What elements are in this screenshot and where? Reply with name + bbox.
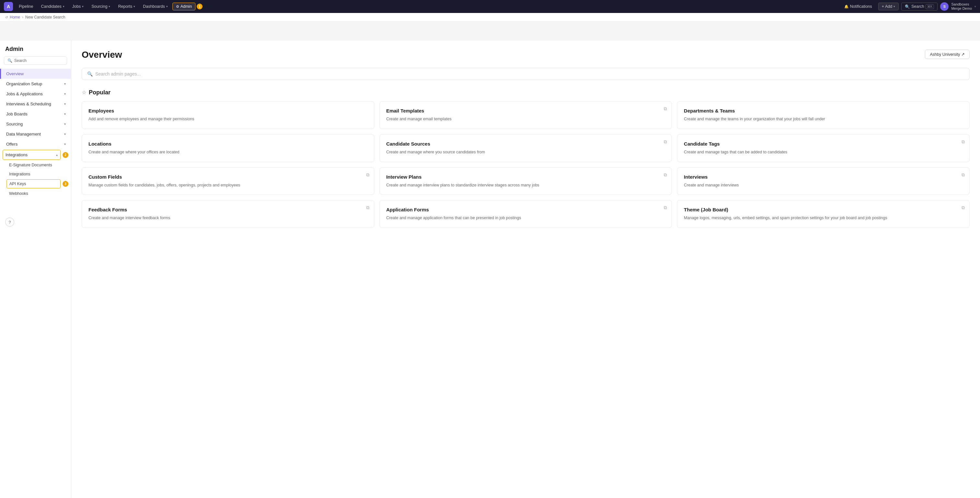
card-desc: Add and remove employees and manage thei… bbox=[89, 116, 368, 122]
popular-section-header: ☆ Popular bbox=[82, 89, 970, 96]
card-employees[interactable]: Employees Add and remove employees and m… bbox=[82, 101, 374, 129]
card-desc: Create and manage application forms that… bbox=[386, 215, 665, 221]
nav-candidates[interactable]: Candidates ▾ bbox=[38, 3, 67, 10]
card-feedback-forms[interactable]: ⧉ Feedback Forms Create and manage inter… bbox=[82, 200, 374, 228]
sidebar-item-sourcing[interactable]: Sourcing ▾ bbox=[0, 119, 71, 129]
avatar[interactable]: S bbox=[940, 2, 948, 11]
breadcrumb-current: New Candidate Search bbox=[25, 15, 65, 19]
admin-search-bar[interactable]: 🔍 Search admin pages... bbox=[82, 68, 970, 80]
sidebar-item-esignature[interactable]: E-Signature Documents bbox=[0, 161, 71, 169]
search-button[interactable]: 🔍 Search ⌘K bbox=[901, 3, 937, 11]
sidebar-search[interactable]: 🔍 Search bbox=[4, 56, 67, 65]
sidebar-item-data-management[interactable]: Data Management ▾ bbox=[0, 129, 71, 139]
nav-sourcing[interactable]: Sourcing ▾ bbox=[88, 3, 113, 10]
book-icon: ⧉ bbox=[664, 172, 667, 178]
card-title: Candidate Sources bbox=[386, 141, 665, 147]
chevron-down-icon: ▾ bbox=[64, 112, 66, 116]
card-application-forms[interactable]: ⧉ Application Forms Create and manage ap… bbox=[380, 200, 672, 228]
star-icon: ☆ bbox=[82, 89, 86, 96]
card-title: Feedback Forms bbox=[89, 207, 368, 212]
card-title: Custom Fields bbox=[89, 174, 368, 180]
card-desc: Create and manage interviews bbox=[684, 182, 963, 188]
chevron-up-icon: ▴ bbox=[56, 153, 58, 156]
card-title: Interview Plans bbox=[386, 174, 665, 180]
api-keys-badge: 3 bbox=[62, 181, 68, 187]
nav-reports[interactable]: Reports ▾ bbox=[115, 3, 138, 10]
chevron-down-icon: ▾ bbox=[108, 5, 110, 8]
top-navigation: A Pipeline Candidates ▾ Jobs ▾ Sourcing … bbox=[0, 0, 980, 13]
add-button[interactable]: + Add ▾ bbox=[878, 3, 899, 10]
nav-dashboards[interactable]: Dashboards ▾ bbox=[140, 3, 171, 10]
book-icon: ⧉ bbox=[366, 205, 369, 211]
chevron-down-icon: ▾ bbox=[64, 122, 66, 126]
chevron-down-icon: ▾ bbox=[166, 5, 168, 8]
chevron-down-icon: ▾ bbox=[64, 102, 66, 106]
card-interviews[interactable]: ⧉ Interviews Create and manage interview… bbox=[677, 167, 970, 195]
card-title: Theme (Job Board) bbox=[684, 207, 963, 212]
card-title: Employees bbox=[89, 108, 368, 113]
card-departments-teams[interactable]: Departments & Teams Create and manage th… bbox=[677, 101, 970, 129]
card-title: Interviews bbox=[684, 174, 963, 180]
card-desc: Create and manage tags that can be added… bbox=[684, 149, 963, 155]
card-desc: Create and manage email templates bbox=[386, 116, 665, 122]
nav-jobs[interactable]: Jobs ▾ bbox=[69, 3, 87, 10]
chevron-down-icon: ▾ bbox=[82, 5, 84, 8]
chevron-down-icon: ▾ bbox=[64, 82, 66, 86]
chevron-down-icon: ▾ bbox=[64, 132, 66, 136]
breadcrumb: ↺ Home › New Candidate Search bbox=[0, 13, 980, 22]
sidebar-item-integrations-sub[interactable]: Integrations bbox=[0, 169, 71, 179]
nav-pipeline[interactable]: Pipeline bbox=[16, 3, 36, 10]
page-title: Overview bbox=[82, 49, 122, 60]
book-icon: ⧉ bbox=[961, 172, 965, 178]
card-candidate-sources[interactable]: ⧉ Candidate Sources Create and manage wh… bbox=[380, 134, 672, 162]
sidebar-item-jobs-applications[interactable]: Jobs & Applications ▾ bbox=[0, 89, 71, 99]
card-desc: Create and manage interview feedback for… bbox=[89, 215, 368, 221]
sidebar-item-interviews-scheduling[interactable]: Interviews & Scheduling ▾ bbox=[0, 99, 71, 109]
sidebar-item-webhooks[interactable]: Webhooks bbox=[0, 189, 71, 198]
sidebar: Admin 🔍 Search Overview Organization Set… bbox=[0, 40, 71, 498]
admin-search-placeholder: Search admin pages... bbox=[95, 71, 141, 77]
help-button[interactable]: ? bbox=[5, 217, 14, 227]
card-desc: Create and manage where your offices are… bbox=[89, 149, 368, 155]
chevron-down-icon: ▾ bbox=[63, 5, 65, 8]
card-interview-plans[interactable]: ⧉ Interview Plans Create and manage inte… bbox=[380, 167, 672, 195]
sidebar-item-overview[interactable]: Overview bbox=[0, 69, 71, 79]
card-title: Candidate Tags bbox=[684, 141, 963, 147]
card-candidate-tags[interactable]: ⧉ Candidate Tags Create and manage tags … bbox=[677, 134, 970, 162]
breadcrumb-home[interactable]: Home bbox=[10, 15, 20, 19]
sidebar-item-organization-setup[interactable]: Organization Setup ▾ bbox=[0, 79, 71, 89]
user-info: Sandboxes Merge Demo bbox=[951, 2, 972, 11]
sidebar-item-api-keys[interactable]: API Keys bbox=[6, 179, 60, 188]
card-desc: Create and manage where you source candi… bbox=[386, 149, 665, 155]
notifications-button[interactable]: 🔔 Notifications bbox=[841, 3, 876, 10]
card-email-templates[interactable]: ⧉ Email Templates Create and manage emai… bbox=[380, 101, 672, 129]
book-icon: ⧉ bbox=[961, 205, 965, 211]
book-icon: ⧉ bbox=[664, 139, 667, 145]
sidebar-item-job-boards[interactable]: Job Boards ▾ bbox=[0, 109, 71, 119]
card-theme-job-board[interactable]: ⧉ Theme (Job Board) Manage logos, messag… bbox=[677, 200, 970, 228]
book-icon: ⧉ bbox=[366, 172, 369, 178]
search-icon: 🔍 bbox=[8, 58, 12, 63]
breadcrumb-separator: › bbox=[22, 15, 23, 19]
chevron-down-icon: ▾ bbox=[64, 92, 66, 96]
chevron-down-icon: ▾ bbox=[134, 5, 135, 8]
card-desc: Manage custom fields for candidates, job… bbox=[89, 182, 368, 188]
app-logo[interactable]: A bbox=[4, 2, 13, 11]
sidebar-title: Admin bbox=[0, 46, 71, 56]
main-content: Overview Ashby University ↗ 🔍 Search adm… bbox=[71, 40, 980, 498]
card-title: Application Forms bbox=[386, 207, 665, 212]
app-layout: Admin 🔍 Search Overview Organization Set… bbox=[0, 40, 980, 498]
chevron-down-icon: ▾ bbox=[894, 5, 895, 8]
card-desc: Manage logos, messaging, urls, embed set… bbox=[684, 215, 963, 221]
book-icon: ⧉ bbox=[664, 205, 667, 211]
card-title: Email Templates bbox=[386, 108, 665, 113]
chevron-down-icon[interactable]: ▾ bbox=[975, 5, 976, 8]
sidebar-item-integrations[interactable]: Integrations ▴ bbox=[3, 150, 60, 160]
ashby-university-button[interactable]: Ashby University ↗ bbox=[925, 49, 970, 59]
page-header: Overview Ashby University ↗ bbox=[82, 49, 970, 60]
sidebar-item-offers[interactable]: Offers ▾ bbox=[0, 139, 71, 149]
nav-admin[interactable]: ⚙ Admin bbox=[172, 3, 196, 10]
card-locations[interactable]: Locations Create and manage where your o… bbox=[82, 134, 374, 162]
integrations-badge: 2 bbox=[62, 152, 68, 158]
card-custom-fields[interactable]: ⧉ Custom Fields Manage custom fields for… bbox=[82, 167, 374, 195]
